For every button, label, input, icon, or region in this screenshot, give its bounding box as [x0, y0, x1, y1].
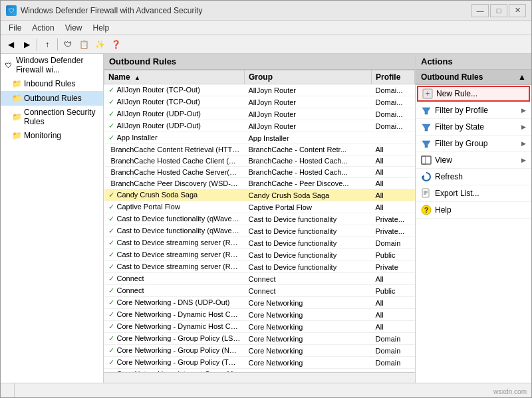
rule-group-cell: AllJoyn Router	[244, 84, 371, 96]
table-row[interactable]: ✓Cast to Device streaming server (RTP-St…	[104, 249, 415, 261]
rule-name: Core Networking - Dynamic Host Config...	[117, 322, 245, 330]
minimize-button[interactable]: —	[471, 4, 489, 17]
table-row[interactable]: ✓Cast to Device streaming server (RTP-St…	[104, 237, 415, 249]
table-row[interactable]: ✓Core Networking - Dynamic Host Config..…	[104, 321, 415, 333]
check-icon: ✓	[108, 110, 114, 118]
rule-name-cell: ✓Cast to Device functionality (qWave-TCP…	[104, 213, 245, 225]
rule-profile-cell: Domain	[372, 357, 415, 369]
toolbar-new[interactable]: ✨	[92, 37, 107, 52]
close-button[interactable]: ✕	[509, 4, 526, 17]
table-row[interactable]: ✓AllJoyn Router (TCP-Out)AllJoyn RouterD…	[104, 96, 415, 108]
rule-group-cell: AllJoyn Router	[244, 120, 371, 132]
table-row[interactable]: ✓ConnectConnectPublic	[104, 285, 415, 297]
rule-profile-cell: Domain	[372, 345, 415, 357]
table-row[interactable]: ✓Core Networking - Group Policy (NP-Out)…	[104, 345, 415, 357]
action-item-help[interactable]: ?Help	[416, 202, 531, 219]
rule-group-cell: BranchCache - Hosted Cach...	[244, 167, 371, 178]
rules-table-container[interactable]: Name ▲ Group Profile ✓AllJoyn Ro	[104, 70, 415, 372]
root-shield-icon: 🛡	[3, 60, 14, 70]
rule-profile-cell: Private...	[372, 225, 415, 237]
toolbar-up[interactable]: ↑	[40, 37, 55, 52]
sidebar-item-monitoring-label: Monitoring	[24, 131, 61, 140]
svg-text:+: +	[425, 89, 430, 98]
rule-name: Cast to Device streaming server (RTP-Str…	[117, 262, 245, 270]
action-item-refresh[interactable]: Refresh	[416, 169, 531, 185]
watermark: wsxdn.com	[493, 388, 527, 395]
actions-section-collapse[interactable]: ▲	[518, 72, 526, 82]
action-label: Export List...	[435, 189, 479, 198]
rule-name: BranchCache Content Retrieval (HTTP-O...	[111, 146, 245, 153]
table-row[interactable]: BranchCache Content Retrieval (HTTP-O...…	[104, 144, 415, 155]
table-row[interactable]: ✓Core Networking - Dynamic Host Config..…	[104, 309, 415, 321]
table-row[interactable]: BranchCache Peer Discovery (WSD-Out)Bran…	[104, 178, 415, 189]
menu-action[interactable]: Action	[27, 22, 59, 34]
check-icon: ✓	[108, 98, 114, 106]
col-name[interactable]: Name ▲	[104, 70, 245, 84]
maximize-button[interactable]: □	[490, 4, 507, 17]
table-row[interactable]: ✓AllJoyn Router (TCP-Out)AllJoyn RouterD…	[104, 84, 415, 96]
rule-name: Cast to Device streaming server (RTP-Str…	[117, 250, 245, 258]
rule-name: Cast to Device functionality (qWave-UDP.…	[117, 227, 245, 235]
menu-file[interactable]: File	[3, 22, 27, 34]
check-icon: ✓	[108, 203, 114, 211]
toolbar-properties[interactable]: 📋	[76, 37, 91, 52]
table-row[interactable]: ✓AllJoyn Router (UDP-Out)AllJoyn RouterD…	[104, 120, 415, 132]
menu-help[interactable]: Help	[88, 22, 115, 34]
sidebar-item-monitoring[interactable]: 📁 Monitoring	[1, 128, 103, 143]
toolbar-back[interactable]: ◀	[3, 37, 18, 52]
table-row[interactable]: ✓Cast to Device functionality (qWave-TCP…	[104, 213, 415, 225]
rule-name: Core Networking - Dynamic Host Config...	[117, 310, 245, 318]
table-row[interactable]: ✓Candy Crush Soda SagaCandy Crush Soda S…	[104, 189, 415, 201]
table-row[interactable]: ✓ConnectConnectAll	[104, 273, 415, 285]
action-label: Refresh	[435, 172, 463, 181]
menu-view[interactable]: View	[60, 22, 88, 34]
table-row[interactable]: ✓AllJoyn Router (UDP-Out)AllJoyn RouterD…	[104, 108, 415, 120]
table-header-row: Name ▲ Group Profile	[104, 70, 415, 84]
table-row[interactable]: ✓Core Networking - Group Policy (LSASS-.…	[104, 333, 415, 345]
toolbar-show-hide[interactable]: 🛡	[61, 37, 75, 52]
tree-root[interactable]: 🛡 Windows Defender Firewall wi...	[1, 54, 103, 76]
toolbar: ◀ ▶ ↑ 🛡 📋 ✨ ❓	[1, 35, 531, 54]
status-text	[3, 383, 15, 397]
sidebar-item-inbound[interactable]: 📁 Inbound Rules	[1, 76, 103, 91]
sidebar-item-connection-security[interactable]: 📁 Connection Security Rules	[1, 106, 103, 128]
rule-name: Core Networking - DNS (UDP-Out)	[117, 298, 230, 306]
action-icon	[421, 171, 432, 182]
rule-profile-cell: Domain	[372, 237, 415, 249]
table-row[interactable]: ✓Cast to Device streaming server (RTP-St…	[104, 261, 415, 273]
table-row[interactable]: ✓App InstallerApp Installer	[104, 132, 415, 144]
toolbar-forward[interactable]: ▶	[19, 37, 34, 52]
table-row[interactable]: ✓Core Networking - Group Policy (TCP-Out…	[104, 357, 415, 369]
col-group[interactable]: Group	[244, 70, 371, 84]
action-item-export-list...[interactable]: Export List...	[416, 185, 531, 202]
horizontal-scrollbar[interactable]	[104, 372, 415, 383]
sidebar-item-outbound[interactable]: 📁 Outbound Rules	[1, 91, 103, 106]
rule-name: Candy Crush Soda Saga	[117, 191, 198, 199]
action-item-filter-by-profile[interactable]: Filter by Profile▶	[416, 102, 531, 119]
svg-rect-5	[422, 156, 431, 164]
action-item-filter-by-group[interactable]: Filter by Group▶	[416, 136, 531, 152]
table-row[interactable]: BranchCache Hosted Cache Client (HTT...B…	[104, 155, 415, 167]
rule-name-cell: ✓Cast to Device streaming server (RTP-St…	[104, 249, 245, 261]
table-row[interactable]: ✓Cast to Device functionality (qWave-UDP…	[104, 225, 415, 237]
action-item-view[interactable]: View▶	[416, 152, 531, 169]
table-row[interactable]: BranchCache Hosted Cache Server(HTT...Br…	[104, 167, 415, 178]
table-row[interactable]: ✓Captive Portal FlowCaptive Portal FlowA…	[104, 201, 415, 213]
action-item-filter-by-state[interactable]: Filter by State▶	[416, 119, 531, 136]
window-title: Windows Defender Firewall with Advanced …	[21, 6, 202, 15]
toolbar-help[interactable]: ❓	[108, 37, 123, 52]
rule-profile-cell: Domain	[372, 333, 415, 345]
svg-marker-4	[422, 141, 430, 148]
check-icon: ✓	[108, 334, 114, 342]
check-icon: ✓	[108, 286, 114, 294]
check-icon: ✓	[108, 250, 114, 258]
col-profile[interactable]: Profile	[372, 70, 415, 84]
rule-name-cell: ✓Connect	[104, 273, 245, 285]
action-item-new-rule...[interactable]: +New Rule...	[417, 86, 530, 102]
table-row[interactable]: ✓Core Networking - DNS (UDP-Out)Core Net…	[104, 297, 415, 309]
rule-name-cell: ✓Core Networking - Group Policy (TCP-Out…	[104, 357, 245, 369]
rule-group-cell: Cast to Device functionality	[244, 261, 371, 273]
menu-bar: File Action View Help	[1, 21, 531, 35]
rule-group-cell: Core Networking	[244, 333, 371, 345]
rule-name-cell: ✓AllJoyn Router (UDP-Out)	[104, 120, 245, 132]
